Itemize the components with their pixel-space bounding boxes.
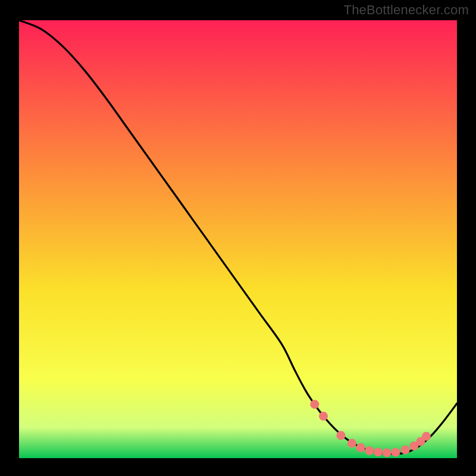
gradient-background — [19, 20, 457, 458]
curve-dot — [310, 400, 319, 409]
plot-area — [19, 20, 457, 458]
curve-dot — [336, 431, 345, 440]
curve-dot — [401, 446, 410, 455]
curve-dot — [383, 448, 392, 457]
attribution-label: TheBottlenecker.com — [344, 2, 469, 18]
curve-dot — [365, 446, 374, 455]
chart-frame: TheBottlenecker.com — [0, 0, 476, 476]
curve-dot — [422, 432, 431, 441]
curve-dot — [391, 448, 400, 457]
bottleneck-chart — [19, 20, 457, 458]
curve-dot — [374, 447, 383, 456]
curve-dot — [319, 412, 328, 421]
curve-dot — [356, 443, 365, 452]
curve-dot — [347, 439, 356, 447]
